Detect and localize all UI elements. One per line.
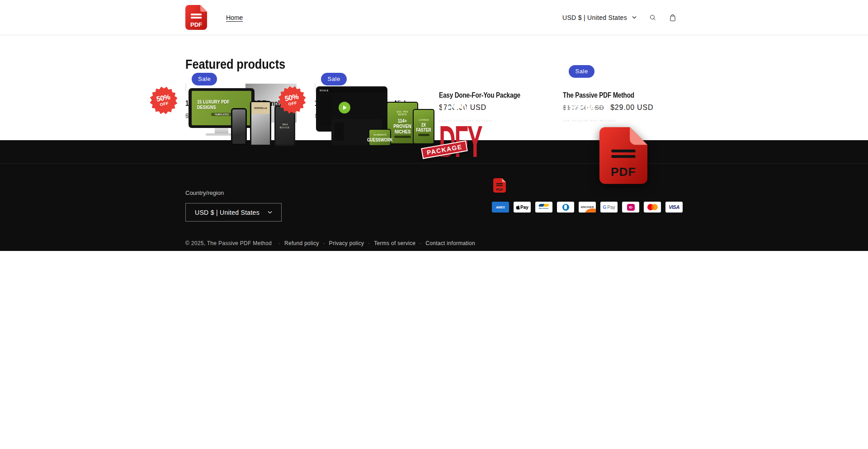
product-grid: 15 LUXURY PDF DESIGNS TEMPLATES WORKBook… xyxy=(185,84,683,120)
store-logo[interactable]: PDF xyxy=(185,5,207,30)
payment-amex-icon: AMEX xyxy=(492,202,509,213)
payment-methods: AMEX Pay Bancontact DISCOVER G Pay iD VI… xyxy=(492,202,683,213)
apple-icon xyxy=(516,205,520,210)
product-title[interactable]: Easy Done-For-You Package xyxy=(439,91,541,99)
product-title[interactable]: The Passive PDF Method xyxy=(563,91,665,99)
nav-home-link[interactable]: Home xyxy=(226,14,243,21)
currency-selector[interactable]: USD $ | United States xyxy=(556,9,643,26)
payment-discover-icon: DISCOVER xyxy=(579,202,596,213)
payment-apple-pay-icon: Pay xyxy=(514,202,531,213)
chevron-down-icon xyxy=(632,16,637,19)
search-icon xyxy=(648,13,658,23)
search-button[interactable] xyxy=(643,8,663,27)
payment-ideal-icon: iD xyxy=(622,202,639,213)
payment-visa-icon: VISA xyxy=(665,202,683,213)
refund-policy-link[interactable]: Refund policy xyxy=(284,240,319,246)
product-card: TPPM THE PASSIVE PDF METHOD PDF xyxy=(563,84,683,112)
payment-bancontact-icon: Bancontact xyxy=(535,202,552,213)
payment-mastercard-icon xyxy=(644,202,661,213)
country-region-block: Country/region USD $ | United States xyxy=(185,189,282,222)
country-region-label: Country/region xyxy=(185,189,282,197)
chevron-down-icon xyxy=(268,211,272,214)
privacy-policy-link[interactable]: Privacy policy xyxy=(329,240,364,246)
product-card: SCALE $10+ PER MONTH 114+ PROVEN NICHES xyxy=(315,84,434,120)
sale-price: $29.00 USD xyxy=(610,104,653,112)
site-header: PDF Home USD $ | United States xyxy=(0,0,868,35)
payment-google-pay-icon: G Pay xyxy=(600,202,618,213)
product-image-dfy-templates[interactable]: 15 LUXURY PDF DESIGNS TEMPLATES WORKBook… xyxy=(185,83,186,92)
contact-information-link[interactable]: Contact information xyxy=(425,240,475,246)
footer-country-selector[interactable]: USD $ | United States xyxy=(185,203,282,222)
featured-products-heading: Featured products xyxy=(185,57,608,72)
main-content: Featured products 15 LUXURY PDF DESIGNS … xyxy=(0,57,868,140)
main-nav: Home xyxy=(226,14,243,22)
payment-diners-club-icon xyxy=(557,202,574,213)
currency-label: USD $ | United States xyxy=(562,14,627,21)
svg-text:PDF: PDF xyxy=(190,21,202,28)
terms-of-service-link[interactable]: Terms of service xyxy=(374,240,415,246)
cart-icon xyxy=(668,13,678,23)
product-image-niches[interactable]: SCALE $10+ PER MONTH 114+ PROVEN NICHES xyxy=(315,83,316,92)
footer-bottom-bar: © 2025, The Passive PDF Method · Refund … xyxy=(185,222,683,251)
copyright: © 2025, The Passive PDF Method xyxy=(185,240,272,246)
pdf-logo-icon: PDF xyxy=(185,5,207,30)
product-card: TPPM THE PASSIVE PDF METHOD DFY PACKAGE … xyxy=(439,84,559,112)
cart-button[interactable] xyxy=(663,8,683,27)
